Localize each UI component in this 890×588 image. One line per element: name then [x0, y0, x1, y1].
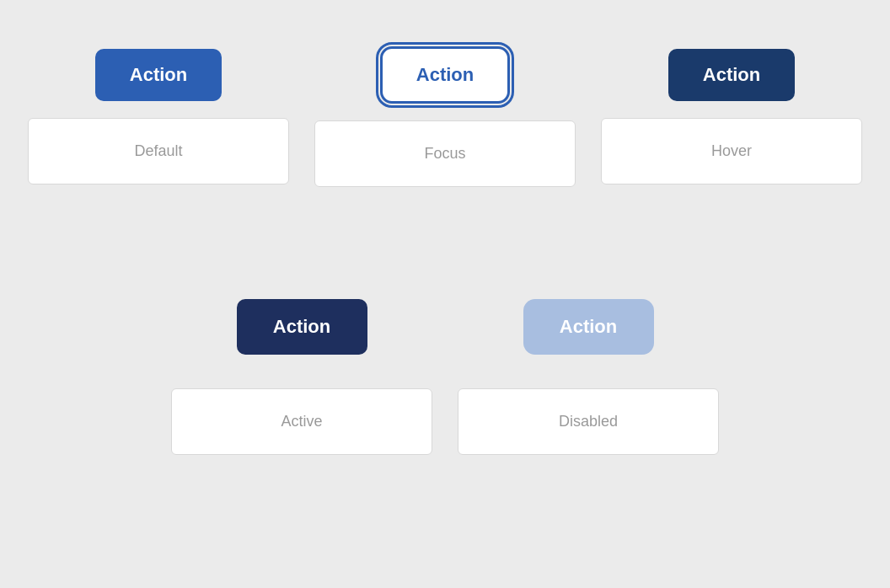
button-state-row-2: Action Active Action Disabled — [0, 299, 890, 455]
col-disabled: Action Disabled — [445, 299, 732, 455]
active-label-box: Active — [171, 388, 432, 455]
col-active: Action Active — [158, 299, 445, 455]
default-label-box: Default — [28, 118, 289, 184]
disabled-label-box: Disabled — [458, 388, 719, 455]
col-focus: Action Focus — [302, 46, 588, 187]
col-default: Action Default — [15, 49, 302, 184]
disabled-state-label: Disabled — [559, 413, 618, 430]
hover-label-box: Hover — [601, 118, 862, 184]
hover-state-label: Hover — [711, 142, 752, 159]
button-state-row-1: Action Default Action Focus Action Hover — [0, 46, 890, 187]
main-container: Action Default Action Focus Action Hover… — [0, 0, 890, 588]
hover-button[interactable]: Action — [668, 49, 795, 101]
disabled-button: Action — [523, 299, 654, 355]
active-state-label: Active — [281, 413, 322, 430]
col-hover: Action Hover — [588, 49, 875, 184]
focus-state-label: Focus — [424, 145, 465, 162]
default-state-label: Default — [134, 142, 182, 159]
focus-label-box: Focus — [314, 120, 576, 187]
active-button[interactable]: Action — [237, 299, 367, 355]
focus-button[interactable]: Action — [380, 46, 510, 104]
default-button[interactable]: Action — [95, 49, 222, 101]
